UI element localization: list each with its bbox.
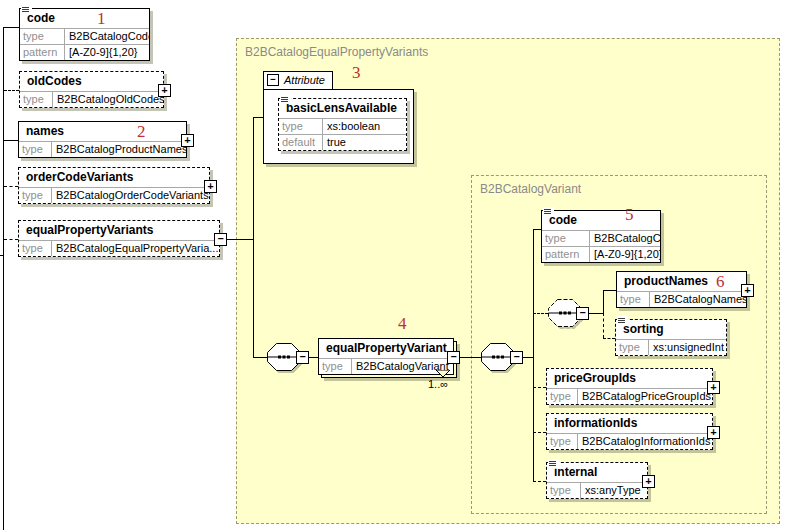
element-code-variant[interactable]: code type B2BCatalogCode pattern [A-Z0-9… bbox=[541, 210, 661, 263]
connector-line bbox=[227, 239, 254, 240]
facet-row: type B2BCatalogCode bbox=[20, 28, 149, 44]
connector-line bbox=[4, 186, 18, 187]
facet-value: B2BCatalogInformationIds bbox=[577, 434, 712, 449]
connector-line bbox=[309, 357, 318, 358]
element-productNames[interactable]: productNames type B2BCatalogNames bbox=[616, 271, 747, 308]
element-equalPropertyVariant[interactable]: equalPropertyVariant type B2BCatalogVari… bbox=[318, 338, 454, 375]
element-name: internal bbox=[547, 463, 647, 482]
element-name: basicLensAvailable bbox=[279, 99, 406, 118]
element-name: code bbox=[542, 211, 660, 230]
marker-5: 5 bbox=[625, 205, 634, 225]
annotation-icon bbox=[548, 459, 559, 468]
facet-name: type bbox=[616, 340, 648, 355]
element-name: priceGroupIds bbox=[547, 369, 712, 388]
element-orderCodeVariants[interactable]: orderCodeVariants type B2BCatalogOrderCo… bbox=[18, 167, 210, 204]
connector-line bbox=[253, 357, 267, 358]
collapse-button-equalPropertyVariant[interactable]: − bbox=[447, 351, 460, 364]
facet-name: pattern bbox=[542, 247, 589, 262]
annotation-icon bbox=[543, 207, 554, 216]
marker-1: 1 bbox=[97, 9, 106, 29]
annotation-icon bbox=[280, 95, 291, 104]
marker-4: 4 bbox=[398, 314, 407, 334]
connector-line bbox=[603, 290, 604, 313]
annotation-icon bbox=[617, 316, 628, 325]
facet-value: xs:boolean bbox=[322, 119, 406, 134]
facet-row: type B2BCatalogProductNames bbox=[19, 141, 186, 157]
element-name: sorting bbox=[616, 320, 726, 339]
element-name: oldCodes bbox=[20, 72, 163, 91]
facet-value: xs:anyType bbox=[580, 483, 647, 498]
element-equalPropertyVariants[interactable]: equalPropertyVariants type B2BCatalogEqu… bbox=[18, 220, 220, 257]
facet-value: B2BCatalogCode bbox=[64, 29, 149, 44]
annotation-icon bbox=[21, 5, 32, 14]
facet-value: B2BCatalogOrderCodeVariants bbox=[51, 188, 209, 203]
connector-line bbox=[533, 229, 541, 230]
connector-line bbox=[4, 27, 19, 28]
inner-group-label: B2BCatalogVariant bbox=[480, 182, 581, 196]
facet-value: B2BCatalogCode bbox=[589, 231, 660, 246]
marker-2: 2 bbox=[137, 122, 146, 142]
connector-line bbox=[533, 432, 546, 433]
collapse-button-sequence[interactable]: − bbox=[296, 351, 309, 364]
connector-line bbox=[533, 229, 534, 481]
element-name: equalPropertyVariants bbox=[19, 221, 219, 240]
facet-value: B2BCatalogOldCodes bbox=[52, 92, 163, 107]
marker-3: 3 bbox=[352, 63, 361, 83]
element-code[interactable]: code type B2BCatalogCode pattern [A-Z0-9… bbox=[19, 8, 150, 61]
element-names[interactable]: names type B2BCatalogProductNames bbox=[18, 121, 187, 158]
facet-name: type bbox=[20, 29, 64, 44]
facet-row: type B2BCatalogPriceGroupIds bbox=[547, 388, 712, 404]
facet-name: type bbox=[542, 231, 589, 246]
facet-row: pattern [A-Z0-9]{1,20} bbox=[542, 246, 660, 262]
expand-button-productNames[interactable]: + bbox=[741, 284, 754, 297]
element-informationIds[interactable]: informationIds type B2BCatalogInformatio… bbox=[546, 413, 713, 450]
facet-value: [A-Z0-9]{1,20} bbox=[589, 247, 660, 262]
facet-value: xs:unsignedInt bbox=[648, 340, 726, 355]
element-basicLensAvailable[interactable]: basicLensAvailable type xs:boolean defau… bbox=[278, 98, 407, 151]
facet-name: type bbox=[19, 142, 51, 157]
connector-line bbox=[253, 117, 254, 357]
facet-name: default bbox=[279, 135, 322, 150]
connector-line bbox=[523, 357, 533, 358]
collapse-button-attribute[interactable]: − bbox=[267, 74, 279, 86]
collapse-button-equalPropertyVariants[interactable]: − bbox=[214, 233, 227, 246]
facet-name: type bbox=[19, 188, 51, 203]
element-oldCodes[interactable]: oldCodes type B2BCatalogOldCodes bbox=[19, 71, 164, 108]
connector-line bbox=[3, 27, 4, 530]
element-name: informationIds bbox=[547, 414, 712, 433]
facet-value: B2BCatalogNames bbox=[649, 292, 746, 307]
occurrence-label: 1..∞ bbox=[428, 378, 448, 390]
collapse-button-sequence[interactable]: − bbox=[510, 351, 523, 364]
collapse-button-sequence[interactable]: − bbox=[576, 307, 589, 320]
facet-row: type B2BCatalogEqualPropertyVaria... bbox=[19, 240, 219, 256]
element-internal[interactable]: internal type xs:anyType bbox=[546, 462, 648, 499]
facet-name: type bbox=[617, 292, 649, 307]
expand-button-orderCodeVariants[interactable]: + bbox=[204, 180, 217, 193]
facet-row: type xs:unsignedInt bbox=[616, 339, 726, 355]
expand-button-informationIds[interactable]: + bbox=[707, 426, 720, 439]
facet-name: type bbox=[279, 119, 322, 134]
expand-button-priceGroupIds[interactable]: + bbox=[707, 381, 720, 394]
outer-group-label: B2BCatalogEqualPropertyVariants bbox=[245, 45, 428, 59]
facet-row: type B2BCatalogVariant bbox=[319, 358, 453, 374]
element-priceGroupIds[interactable]: priceGroupIds type B2BCatalogPriceGroupI… bbox=[546, 368, 713, 405]
facet-row: type B2BCatalogOrderCodeVariants bbox=[19, 187, 209, 203]
element-name: orderCodeVariants bbox=[19, 168, 209, 187]
facet-value: true bbox=[322, 135, 406, 150]
element-sorting[interactable]: sorting type xs:unsignedInt bbox=[615, 319, 727, 356]
facet-value: [A-Z0-9]{1,20} bbox=[64, 45, 149, 60]
expand-button-oldCodes[interactable]: + bbox=[158, 84, 171, 97]
element-name: names bbox=[19, 122, 186, 141]
facet-name: type bbox=[20, 92, 52, 107]
expand-button-names[interactable]: + bbox=[181, 134, 194, 147]
connector-line bbox=[603, 313, 604, 338]
facet-row: type xs:anyType bbox=[547, 482, 647, 498]
expand-button-internal[interactable]: + bbox=[642, 475, 655, 488]
facet-name: type bbox=[319, 359, 351, 374]
connector-line bbox=[533, 313, 548, 314]
facet-name: type bbox=[547, 434, 577, 449]
connector-line bbox=[533, 481, 546, 482]
connector-line bbox=[460, 357, 481, 358]
connector-line bbox=[4, 239, 18, 240]
facet-row: type B2BCatalogOldCodes bbox=[20, 91, 163, 107]
